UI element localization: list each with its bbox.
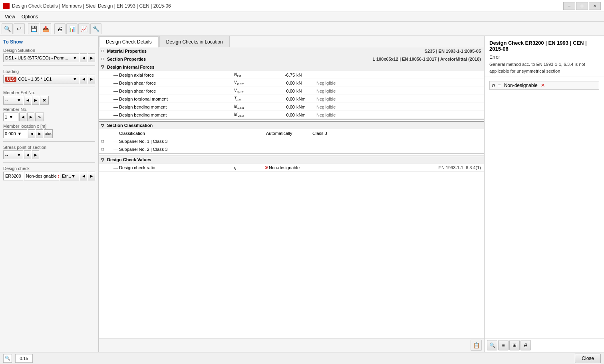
result-clear-btn[interactable]: ✕ (541, 83, 545, 88)
torsional-label: — Design torsional moment (113, 97, 232, 101)
design-check-type[interactable]: Err... ▼ (60, 172, 79, 180)
shear-vv-value: 0.00 (264, 81, 296, 85)
member-set-dropdown[interactable]: -- ▼ (3, 96, 23, 105)
member-no-label: Member No. (3, 107, 95, 112)
stress-point-dropdown[interactable]: -- ▼ (3, 150, 23, 159)
toolbar-btn-6[interactable]: 📈 (78, 23, 89, 34)
right-panel: Design Check ER3200 | EN 1993 | CEN | 20… (484, 36, 604, 352)
member-set-label: Member Set No. (3, 90, 95, 95)
dc-next-btn[interactable]: ▶ (88, 172, 95, 180)
toolbar-btn-3[interactable]: 📤 (40, 23, 51, 34)
tab-design-checks-location[interactable]: Design Checks in Location (159, 36, 230, 47)
close-button[interactable]: Close (575, 354, 601, 363)
result-value: Non-designable (504, 83, 538, 88)
expand-check-values[interactable]: ▽ (99, 156, 106, 164)
rp-print-btn[interactable]: 🖨 (521, 340, 531, 350)
loading-value: CO1 - 1.35 * LC1 (18, 77, 52, 81)
axial-force-unit: kN (296, 73, 316, 77)
sp-prev-btn[interactable]: ◀ (24, 150, 31, 159)
loading-next-btn[interactable]: ▶ (88, 75, 95, 83)
status-bar: 🔍 0.15 Close (0, 352, 604, 364)
ml-next-btn[interactable]: ▶ (36, 129, 43, 138)
design-situation-label: Design Situation (3, 48, 95, 53)
toolbar-btn-2[interactable]: 💾 (28, 23, 39, 34)
close-window-button[interactable]: ✕ (589, 2, 601, 10)
shear-vu-note: Negligible (316, 89, 484, 93)
material-label: Material Properties (106, 49, 226, 53)
torsional-expand (99, 95, 106, 103)
center-area: Design Check Details Design Checks in Lo… (99, 36, 484, 352)
menu-view[interactable]: View (2, 13, 18, 20)
toolbar: 🔍 ↩ 💾 📤 🖨 📊 📈 🔧 (0, 22, 604, 36)
shear-vu-unit: kN (296, 89, 316, 93)
tab-design-check-details[interactable]: Design Check Details (99, 36, 159, 47)
expand-classification[interactable]: ▽ (99, 121, 106, 129)
toolbar-btn-7[interactable]: 🔧 (90, 23, 101, 34)
shear-vv-unit: kN (296, 81, 316, 85)
bending-mu-symbol: Mu,Ed (232, 104, 264, 110)
ms-next-btn[interactable]: ▶ (32, 96, 39, 105)
uls-badge: ULS (5, 77, 16, 82)
bending-mu-expand (99, 103, 106, 111)
ml-prev-btn[interactable]: ◀ (28, 129, 35, 138)
expand-section-props[interactable]: □ (99, 55, 106, 63)
subpanel1-expand[interactable]: □ (99, 137, 106, 145)
stress-point-value: -- (5, 152, 8, 157)
mn-prev-btn[interactable]: ◀ (19, 113, 26, 121)
ms-prev-btn[interactable]: ◀ (24, 96, 31, 105)
design-check-row: ER3200 Non-designable ⊗ Err... ▼ ◀ ▶ (3, 172, 95, 180)
maximize-button[interactable]: □ (576, 2, 588, 10)
minimize-button[interactable]: – (563, 2, 575, 10)
bending-mv-note: Negligible (316, 113, 484, 117)
design-check-status-display: Non-designable ⊗ (24, 172, 59, 180)
member-no-input[interactable]: 1 ▼ (3, 113, 18, 121)
design-situation-dropdown[interactable]: DS1 - ULS (STR/GEO) - Perm... ▼ (3, 53, 79, 62)
section-check-values[interactable]: ▽ Design Check Values (99, 156, 484, 164)
main-area: To Show Design Situation DS1 - ULS (STR/… (0, 36, 604, 352)
rp-list-btn[interactable]: ≡ (498, 340, 509, 350)
shear-vv-expand (99, 79, 106, 87)
toolbar-btn-1[interactable]: ↩ (14, 23, 25, 34)
mn-extra-btn[interactable]: ✎ (35, 113, 44, 121)
bending-mu-value: 0.00 (264, 105, 296, 109)
ms-extra-btn[interactable]: ✖ (40, 96, 49, 105)
row-axial-force: — Design axial force NEd -6.75 kN (99, 71, 484, 79)
torsional-symbol: TEd (232, 96, 264, 102)
toolbar-btn-5[interactable]: 📊 (66, 23, 77, 34)
ds-next-btn[interactable]: ▶ (88, 53, 95, 62)
rp-grid-btn[interactable]: ⊞ (509, 340, 520, 350)
expand-internal-forces[interactable]: ▽ (99, 63, 106, 71)
table-area[interactable]: □ Material Properties S235 | EN 1993-1-1… (99, 47, 484, 338)
section-internal-forces[interactable]: ▽ Design Internal Forces (99, 63, 484, 71)
ds-prev-btn[interactable]: ◀ (80, 53, 87, 62)
row-shear-vv: — Design shear force VV,Ed 0.00 kN Negli… (99, 79, 484, 87)
status-value-display: 0.15 (15, 354, 33, 363)
bending-mu-label: — Design bending moment (113, 105, 232, 109)
bending-mv-symbol: MV,Ed (232, 112, 264, 118)
row-subpanel-1: □ — Subpanel No. 1 | Class 3 (99, 137, 484, 145)
dc-prev-btn[interactable]: ◀ (80, 172, 87, 180)
mn-next-btn[interactable]: ▶ (27, 113, 34, 121)
toolbar-btn-4[interactable]: 🖨 (54, 23, 66, 34)
expand-material[interactable]: □ (99, 47, 106, 55)
subpanel2-label: — Subpanel No. 2 | Class 3 (113, 147, 232, 152)
stress-point-section: Stress point of section -- ▼ ◀ ▶ (3, 145, 95, 159)
menu-options[interactable]: Options (18, 13, 41, 20)
status-search-icon[interactable]: 🔍 (3, 354, 12, 363)
member-location-row: 0.000 ▼ ◀ ▶ x/x₀ (3, 129, 95, 138)
sp-next-btn[interactable]: ▶ (32, 150, 39, 159)
section-props[interactable]: □ Section Properties L 100x65x12 | EN 10… (99, 55, 484, 63)
toolbar-btn-0[interactable]: 🔍 (2, 23, 13, 34)
window-controls[interactable]: – □ ✕ (563, 2, 601, 10)
member-location-input[interactable]: 0.000 ▼ (3, 129, 27, 138)
rp-search-btn[interactable]: 🔍 (487, 340, 497, 350)
loading-dropdown[interactable]: ULS CO1 - 1.35 * LC1 ▼ (3, 75, 79, 83)
section-material[interactable]: □ Material Properties S235 | EN 1993-1-1… (99, 47, 484, 55)
check-values-label: Design Check Values (106, 157, 226, 162)
subpanel2-expand[interactable]: □ (99, 145, 106, 153)
table-export-btn[interactable]: 📋 (471, 340, 482, 351)
ml-ratio-btn[interactable]: x/x₀ (44, 129, 53, 138)
loading-prev-btn[interactable]: ◀ (80, 75, 87, 83)
stress-point-row: -- ▼ ◀ ▶ (3, 150, 95, 159)
section-classification[interactable]: ▽ Section Classification (99, 121, 484, 129)
